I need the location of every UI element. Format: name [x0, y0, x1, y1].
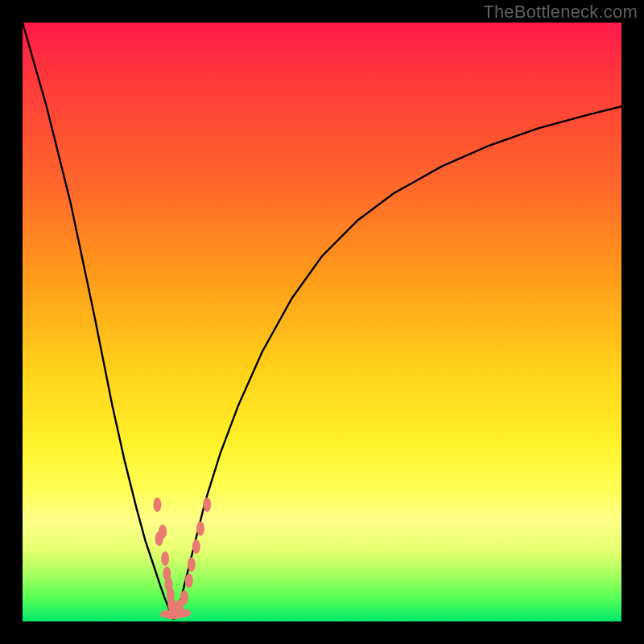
marker-right [192, 539, 200, 554]
marker-right [196, 522, 204, 536]
chart-frame: TheBottleneck.com [0, 0, 644, 644]
curve-layer [23, 23, 621, 621]
curve-left [23, 23, 174, 620]
marker-left [155, 531, 163, 546]
marker-right [203, 497, 211, 512]
marker-left [161, 551, 169, 566]
plot-area [23, 23, 621, 621]
marker-bottom [176, 609, 191, 617]
marker-right [185, 573, 193, 588]
curve-right [174, 106, 622, 620]
marker-right [188, 557, 196, 572]
marker-left [153, 497, 161, 512]
marker-right [180, 590, 188, 605]
watermark-text: TheBottleneck.com [483, 2, 638, 23]
